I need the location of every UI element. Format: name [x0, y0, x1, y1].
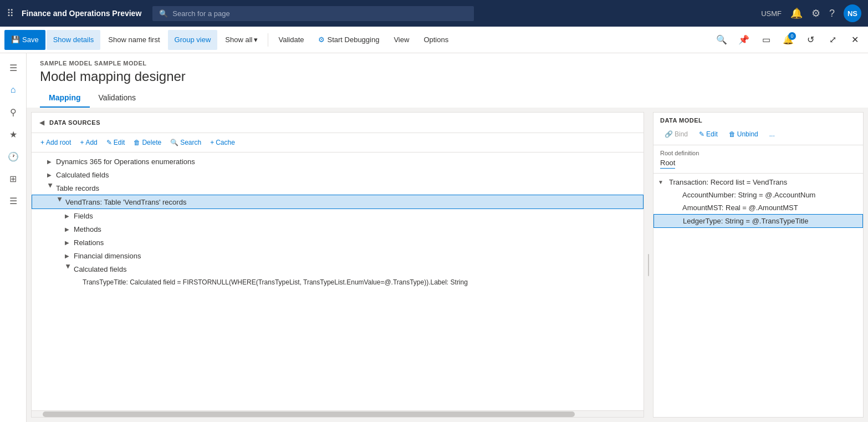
save-icon: 💾 [11, 35, 20, 44]
tab-validations[interactable]: Validations [90, 89, 145, 108]
sidebar-filter-icon[interactable]: ⚲ [3, 102, 23, 122]
dm-item-transaction[interactable]: ▼ Transaction: Record list = VendTrans [653, 176, 863, 189]
cache-icon: + [210, 139, 214, 146]
add-root-icon: + [40, 139, 44, 146]
panel-header: ◀ DATA SOURCES [32, 113, 644, 133]
show-all-button[interactable]: Show all ▾ [218, 30, 264, 50]
sidebar-menu-icon[interactable]: ☰ [3, 58, 23, 78]
notification-cmd-button[interactable]: 🔔 0 [779, 31, 797, 49]
delete-icon: 🗑 [134, 139, 140, 146]
notification-icon[interactable]: 🔔 [790, 7, 803, 19]
more-actions-button[interactable]: ... [765, 128, 779, 140]
debug-icon: ⚙ [318, 35, 325, 44]
help-icon[interactable]: ? [829, 8, 835, 19]
add-root-button[interactable]: + Add root [36, 136, 75, 149]
dm-item-ledgertype[interactable]: LedgerType: String = @.TransTypeTitle [653, 214, 863, 228]
dm-item-account[interactable]: AccountNumber: String = @.AccountNum [653, 189, 863, 201]
delete-button[interactable]: 🗑 Delete [129, 136, 166, 149]
tree-item-vendtrans[interactable]: ▶ VendTrans: Table 'VendTrans' records [32, 195, 644, 209]
top-navigation: ⠿ Finance and Operations Preview 🔍 USMF … [0, 0, 868, 27]
sidebar-grid-icon[interactable]: ⊞ [3, 169, 23, 189]
search-bar[interactable]: 🔍 [152, 6, 474, 21]
sidebar-icons: ☰ ⌂ ⚲ ★ 🕐 ⊞ ☰ [0, 53, 27, 422]
bind-icon: 🔗 [665, 130, 673, 138]
expand-icon-fields: ▶ [63, 211, 72, 220]
open-button[interactable]: ⤢ [824, 31, 841, 49]
expand-icon-methods: ▶ [63, 225, 72, 233]
unbind-icon: 🗑 [729, 130, 736, 138]
page-title: Model mapping designer [40, 69, 855, 84]
unbind-button[interactable]: 🗑 Unbind [724, 128, 763, 140]
tree-item-financial-dim[interactable]: ▶ Financial dimensions [32, 249, 644, 262]
tree-item-calc-top[interactable]: ▶ Calculated fields [32, 168, 644, 181]
tab-mapping[interactable]: Mapping [40, 89, 90, 108]
data-model-panel: DATA MODEL 🔗 Bind ✎ Edit 🗑 Unbind [653, 112, 864, 418]
group-view-button[interactable]: Group view [168, 30, 218, 50]
options-button[interactable]: Options [417, 30, 455, 50]
panel-title: DATA SOURCES [49, 119, 100, 126]
tree-item-relations[interactable]: ▶ Relations [32, 236, 644, 249]
main-layout: ☰ ⌂ ⚲ ★ 🕐 ⊞ ☰ SAMPLE MODEL SAMPLE MODEL … [0, 53, 868, 422]
top-nav-right: USMF 🔔 ⚙ ? NS [761, 4, 861, 22]
scroll-thumb[interactable] [43, 411, 575, 417]
search-cmd-button[interactable]: 🔍 [713, 31, 731, 49]
app-grid-icon[interactable]: ⠿ [7, 7, 14, 19]
settings-icon[interactable]: ⚙ [811, 7, 820, 19]
dm-actions: 🔗 Bind ✎ Edit 🗑 Unbind ... [660, 128, 856, 140]
page-header: SAMPLE MODEL SAMPLE MODEL Model mapping … [27, 53, 868, 108]
tree-item-calc-nested[interactable]: ▶ Calculated fields [32, 262, 644, 276]
scroll-track [32, 411, 644, 417]
content-area: SAMPLE MODEL SAMPLE MODEL Model mapping … [27, 53, 868, 422]
add-button[interactable]: + Add [75, 136, 101, 149]
dm-item-amount[interactable]: AmountMST: Real = @.AmountMST [653, 201, 863, 214]
search-ds-icon: 🔍 [170, 139, 178, 146]
edit-dm-button[interactable]: ✎ Edit [695, 128, 722, 140]
search-input[interactable] [172, 9, 467, 18]
panel-toggle[interactable]: ◀ [36, 117, 47, 128]
save-button[interactable]: 💾 Save [4, 30, 45, 50]
separator-1 [268, 33, 268, 47]
panel-actions: + Add root + Add ✎ Edit 🗑 Delete [32, 133, 644, 152]
expand-icon-transaction: ▼ [658, 179, 667, 185]
sidebar-star-icon[interactable]: ★ [3, 124, 23, 144]
validate-button[interactable]: Validate [272, 30, 310, 50]
data-sources-tree: ▶ Dynamics 365 for Operations enumeratio… [32, 152, 644, 410]
root-def-label: Root definition [660, 150, 856, 156]
close-button[interactable]: ✕ [846, 31, 864, 49]
tree-item-table-records[interactable]: ▶ Table records [32, 181, 644, 195]
search-ds-button[interactable]: 🔍 Search [166, 136, 206, 149]
bind-button[interactable]: 🔗 Bind [660, 128, 692, 140]
start-debugging-button[interactable]: ⚙ Start Debugging [312, 30, 386, 50]
breadcrumb: SAMPLE MODEL SAMPLE MODEL [40, 60, 855, 67]
cmd-right-actions: 🔍 📌 ▭ 🔔 0 ↺ ⤢ ✕ [713, 31, 864, 49]
sidebar-home-icon[interactable]: ⌂ [3, 80, 23, 100]
tree-item-transtypetitle[interactable]: TransTypeTitle: Calculated field = FIRST… [32, 276, 644, 289]
panel-splitter[interactable] [646, 108, 651, 422]
chevron-down-icon: ▾ [254, 35, 258, 44]
search-icon: 🔍 [159, 9, 168, 18]
show-name-first-button[interactable]: Show name first [101, 30, 166, 50]
horizontal-scrollbar[interactable] [32, 410, 644, 417]
expand-icon-transtypetitle [72, 278, 80, 287]
sidebar-recent-icon[interactable]: 🕐 [3, 146, 23, 166]
expand-icon-table-records: ▶ [45, 184, 54, 192]
root-definition-section: Root definition Root [653, 145, 863, 174]
edit-ds-button[interactable]: ✎ Edit [102, 136, 130, 149]
command-bar: 💾 Save Show details Show name first Grou… [0, 27, 868, 53]
add-icon: + [80, 139, 84, 146]
pin-button[interactable]: 📌 [735, 31, 753, 49]
sidebar-list-icon[interactable]: ☰ [3, 191, 23, 211]
view-button[interactable]: View [387, 30, 416, 50]
refresh-button[interactable]: ↺ [801, 31, 819, 49]
expand-icon-calc-nested: ▶ [63, 265, 72, 273]
user-code: USMF [761, 9, 782, 18]
expand-icon-relations: ▶ [63, 238, 72, 247]
tree-item-dynamics[interactable]: ▶ Dynamics 365 for Operations enumeratio… [32, 155, 644, 168]
show-details-button[interactable]: Show details [47, 30, 101, 50]
user-avatar[interactable]: NS [844, 4, 861, 22]
edit-dm-icon: ✎ [699, 130, 704, 138]
cache-button[interactable]: + Cache [206, 136, 239, 149]
tree-item-fields[interactable]: ▶ Fields [32, 209, 644, 222]
panel-button[interactable]: ▭ [757, 31, 775, 49]
tree-item-methods[interactable]: ▶ Methods [32, 222, 644, 236]
